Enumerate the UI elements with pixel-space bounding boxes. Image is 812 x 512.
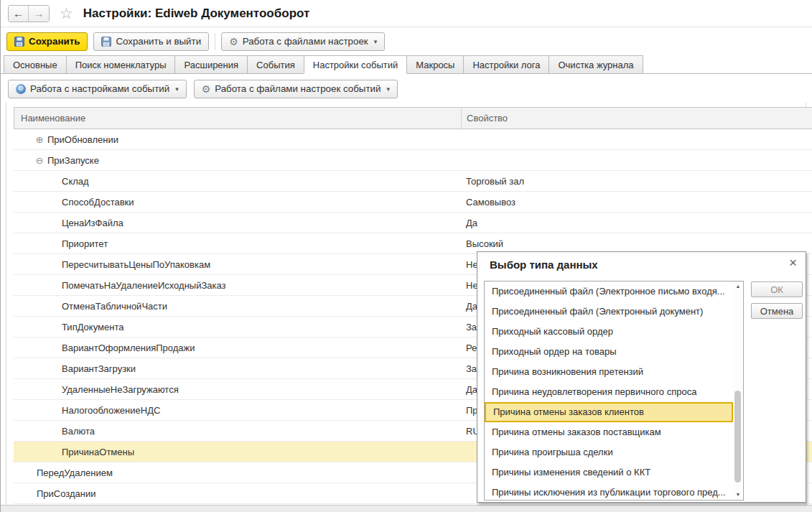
row-property-value: За (466, 322, 477, 332)
chevron-down-icon: ▾ (175, 85, 179, 93)
column-header-property[interactable]: Свойство (467, 113, 508, 124)
close-icon[interactable]: × (789, 255, 797, 271)
save-exit-button-label: Сохранить и выйти (116, 36, 201, 47)
row-name: ПричинаОтмены (62, 447, 134, 457)
gear-file-icon: ⚙ (229, 37, 238, 47)
list-scrollbar[interactable]: ▲ ▼ (733, 281, 743, 500)
row-property-value: Да (466, 301, 477, 312)
data-type-dialog: Выбор типа данных × Присоединенный файл … (477, 251, 806, 503)
ok-button[interactable]: ОК (751, 281, 803, 297)
list-item[interactable]: Причина проигрыша сделки (485, 442, 733, 462)
list-item[interactable]: Причины исключения из публикации торгово… (485, 483, 733, 501)
row-name: ПриОбновлении (47, 134, 118, 145)
row-name: ТипДокумента (62, 322, 123, 332)
row-name: ПриЗапуске (47, 155, 99, 166)
list-item[interactable]: Присоединенный файл (Электронное письмо … (485, 281, 733, 302)
column-divider[interactable] (461, 108, 462, 129)
row-name: ПриСоздании (37, 488, 96, 499)
floppy-disk-icon (101, 37, 111, 47)
chevron-down-icon: ▾ (374, 38, 378, 45)
tab-4[interactable]: События (247, 55, 304, 73)
tab-7[interactable]: Настройки лога (463, 55, 549, 73)
row-property-value: Да (466, 384, 477, 395)
tab-2[interactable]: Поиск номенклатуры (66, 55, 176, 73)
scrollbar-thumb[interactable] (734, 391, 741, 483)
main-toolbar: Сохранить Сохранить и выйти ⚙ Работа с ф… (1, 28, 812, 55)
row-name: ЦенаИзФайла (62, 218, 123, 228)
list-item[interactable]: Приходный ордер на товары (485, 342, 733, 362)
save-exit-button[interactable]: Сохранить и выйти (93, 32, 209, 51)
back-arrow-icon: ← (13, 7, 24, 19)
tab-bar: ОсновныеПоиск номенклатурыРасширенияСобы… (1, 55, 812, 74)
cancel-button-label: Отмена (760, 306, 794, 317)
back-button[interactable]: ← (9, 6, 29, 22)
table-row[interactable]: ⊕ПриОбновлении (14, 129, 812, 150)
table-row[interactable]: СкладТорговый зал (14, 171, 812, 192)
left-frame-line (6, 103, 6, 505)
blue-gear-icon: ⚙ (16, 84, 26, 94)
forward-button[interactable]: → (29, 6, 49, 22)
forward-arrow-icon: → (34, 7, 45, 19)
event-settings-menu-button[interactable]: ⚙ Работа с настройками событий ▾ (8, 80, 187, 98)
gear-file-icon: ⚙ (202, 84, 211, 94)
bottom-scrollbar-strip[interactable] (1, 505, 812, 512)
event-files-menu-label: Работа с файлами настроек событий (215, 83, 381, 94)
row-property-value: Самовывоз (466, 197, 515, 208)
list-item[interactable]: Причина отмены заказов клиентов (485, 402, 733, 422)
row-name: ПередУдалением (37, 467, 113, 478)
data-type-list-items: Присоединенный файл (Электронное письмо … (485, 281, 733, 501)
toolbar-separator (215, 33, 215, 50)
data-type-list: Присоединенный файл (Электронное письмо … (484, 281, 744, 501)
row-name: Склад (62, 176, 89, 187)
table-row[interactable]: ЦенаИзФайлаДа (14, 213, 812, 233)
title-bar: ← → ☆ Настройки: Ediweb Документооборот (1, 0, 812, 27)
save-button[interactable]: Сохранить (6, 32, 88, 51)
tab-5[interactable]: Настройки событий (304, 55, 408, 74)
minus-circle-icon[interactable]: ⊖ (34, 155, 45, 166)
row-property-value: Торговый зал (466, 176, 524, 187)
save-button-label: Сохранить (29, 36, 80, 47)
settings-files-menu-button[interactable]: ⚙ Работа с файлами настроек ▾ (221, 32, 385, 51)
list-item[interactable]: Присоединенный файл (Электронный докумен… (485, 302, 733, 322)
star-icon[interactable]: ☆ (60, 6, 73, 21)
list-item[interactable]: Приходный кассовый ордер (485, 322, 733, 342)
list-item[interactable]: Причины изменения сведений о ККТ (485, 462, 733, 483)
tab-1[interactable]: Основные (4, 55, 67, 73)
row-property-value: Высокий (466, 238, 503, 249)
tab-8[interactable]: Очистка журнала (549, 55, 643, 73)
table-row[interactable]: СпособДоставкиСамовывоз (14, 192, 812, 213)
list-item[interactable]: Причина отмены заказов поставщикам (485, 422, 733, 442)
row-name: НалогообложениеНДС (62, 405, 160, 416)
row-property-value: Да (466, 218, 477, 228)
event-files-menu-button[interactable]: ⚙ Работа с файлами настроек событий ▾ (194, 80, 398, 98)
scroll-down-icon[interactable]: ▼ (733, 490, 743, 499)
nav-buttons: ← → (8, 5, 50, 22)
row-name: ПомечатьНаУдалениеИсходныйЗаказ (62, 280, 226, 291)
tab-3[interactable]: Расширения (174, 55, 248, 73)
row-name: ПересчитыватьЦеныПоУпаковкам (62, 259, 210, 270)
row-property-value: За (466, 363, 477, 374)
events-toolbar: ⚙ Работа с настройками событий ▾ ⚙ Работ… (1, 75, 812, 103)
list-item[interactable]: Причина возникновения претензий (485, 362, 733, 382)
plus-circle-icon[interactable]: ⊕ (34, 134, 45, 145)
row-name: УдаленныеНеЗагружаются (62, 384, 179, 395)
row-name: Валюта (62, 426, 95, 437)
scroll-up-icon[interactable]: ▲ (733, 282, 743, 291)
ok-button-label: ОК (770, 284, 783, 295)
row-name: Приоритет (62, 238, 108, 249)
event-settings-menu-label: Работа с настройками событий (30, 83, 169, 94)
row-name: СпособДоставки (62, 197, 134, 208)
chevron-down-icon: ▾ (386, 85, 390, 93)
page-title: Настройки: Ediweb Документооборот (83, 6, 309, 21)
tab-6[interactable]: Макросы (406, 55, 464, 73)
row-property-value: Ре (466, 343, 477, 353)
row-name: ОтменаТабличнойЧасти (62, 301, 167, 312)
table-row[interactable]: ⊖ПриЗапуске (14, 150, 812, 171)
cancel-button[interactable]: Отмена (751, 303, 803, 319)
dialog-title: Выбор типа данных (490, 259, 598, 271)
settings-files-menu-label: Работа с файлами настроек (243, 36, 368, 47)
table-header: Наименование Свойство (14, 107, 812, 129)
column-header-name[interactable]: Наименование (21, 113, 85, 124)
row-name: ВариантОформленияПродажи (62, 343, 195, 353)
list-item[interactable]: Причина неудовлетворения первичного спро… (485, 382, 733, 402)
